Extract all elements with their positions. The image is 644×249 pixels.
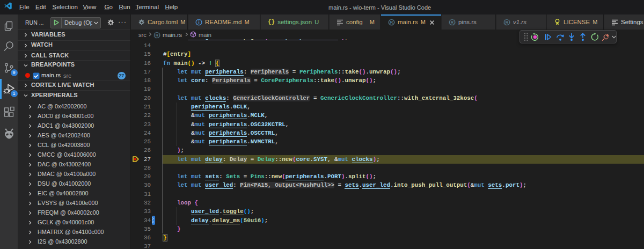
svg-text:R: R	[156, 33, 159, 38]
svg-text:R: R	[390, 20, 393, 25]
svg-text:R: R	[451, 20, 454, 25]
svg-text:R: R	[506, 20, 509, 25]
